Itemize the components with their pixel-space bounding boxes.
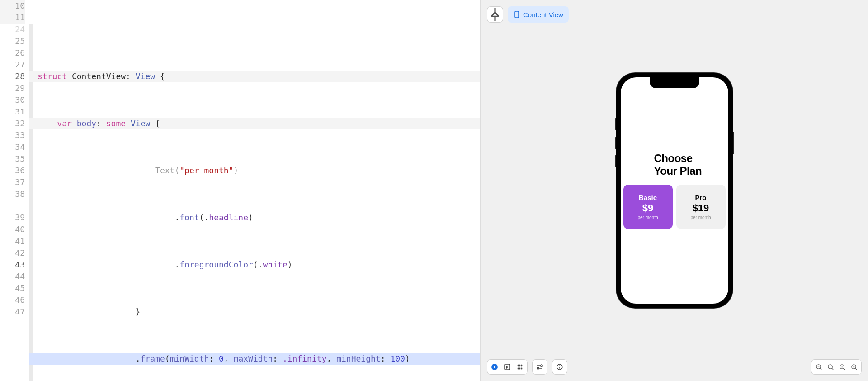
line-number: 36	[0, 165, 25, 176]
plan-card-basic[interactable]: Basic $9 per month	[623, 185, 673, 229]
line-number: 42	[0, 247, 25, 259]
line-number: 32	[0, 118, 25, 129]
circle-i-icon	[556, 363, 563, 371]
line-number: 40	[0, 224, 25, 235]
zoom-in-button[interactable]	[849, 362, 859, 372]
live-preview-button[interactable]	[489, 362, 500, 372]
line-number: 25	[0, 35, 25, 47]
code-content[interactable]: struct ContentView: View { var body: som…	[29, 0, 480, 381]
code-line[interactable]: .font(.headline)	[29, 212, 480, 224]
code-line-highlighted[interactable]: .frame(minWidth: 0, maxWidth: .infinity,…	[29, 353, 480, 365]
variants-button[interactable]	[514, 362, 525, 372]
line-number: 45	[0, 282, 25, 294]
pin-button[interactable]	[487, 6, 503, 23]
sliders-icon	[536, 363, 543, 371]
code-line[interactable]: struct ContentView: View {	[29, 71, 480, 82]
preview-mode-group	[487, 359, 528, 375]
notch	[650, 77, 699, 88]
selectable-preview-button[interactable]	[502, 362, 513, 372]
line-number: 43	[0, 259, 25, 271]
line-number: 37	[0, 176, 25, 188]
line-number: 29	[0, 82, 25, 94]
line-number: 27	[0, 59, 25, 71]
device-icon	[513, 11, 520, 18]
line-number: 44	[0, 271, 25, 282]
zoom-out-icon	[816, 364, 822, 371]
card-price: $9	[626, 202, 670, 214]
zoom-in-icon	[851, 364, 858, 371]
pin-icon	[487, 7, 503, 22]
line-number: 34	[0, 141, 25, 153]
cursor-box-icon	[504, 363, 511, 371]
zoom-100-icon	[839, 364, 846, 371]
code-line[interactable]: var body: some View {	[29, 118, 480, 129]
plan-card-pro[interactable]: Pro $19 per month	[676, 185, 726, 229]
svg-point-10	[519, 368, 521, 370]
code-editor[interactable]: 10 11 24 25 26 27 28 29 30 31 32 33 34 3…	[0, 0, 481, 381]
line-number	[0, 200, 25, 212]
svg-point-6	[518, 367, 519, 368]
card-period: per month	[679, 215, 723, 220]
iphone-frame: Choose Your Plan Basic $9 per month Pro …	[616, 73, 733, 308]
line-number: 26	[0, 47, 25, 59]
svg-point-14	[828, 364, 832, 368]
line-number: 39	[0, 212, 25, 224]
badge-label: Content View	[523, 11, 563, 19]
svg-point-3	[518, 365, 519, 366]
code-area[interactable]: 10 11 24 25 26 27 28 29 30 31 32 33 34 3…	[0, 0, 480, 381]
zoom-fit-button[interactable]	[825, 362, 836, 372]
zoom-fit-icon	[827, 364, 834, 371]
grid-icon	[516, 363, 524, 371]
line-number: 38	[0, 188, 25, 200]
content-view-badge[interactable]: Content View	[508, 6, 569, 23]
line-number: 24	[0, 24, 25, 35]
device-settings-group	[532, 359, 547, 375]
line-number: 33	[0, 129, 25, 141]
preview-toolbar: Content View	[487, 6, 569, 23]
code-line[interactable]: }	[29, 306, 480, 318]
line-number: 41	[0, 235, 25, 247]
code-line[interactable]: Text("per month")	[29, 165, 480, 176]
preferences-group	[552, 359, 567, 375]
card-name: Pro	[679, 194, 723, 201]
plan-content: Choose Your Plan Basic $9 per month Pro …	[621, 152, 728, 229]
plan-cards: Basic $9 per month Pro $19 per month	[623, 185, 726, 229]
svg-point-7	[519, 367, 521, 368]
iphone-screen[interactable]: Choose Your Plan Basic $9 per month Pro …	[621, 77, 728, 304]
preview-preferences-button[interactable]	[554, 362, 565, 372]
code-line[interactable]: .foregroundColor(.white)	[29, 259, 480, 271]
svg-point-5	[521, 365, 523, 366]
card-period: per month	[626, 215, 670, 220]
svg-point-4	[519, 365, 521, 366]
line-number: 11	[0, 12, 25, 24]
line-number: 35	[0, 153, 25, 165]
phone-container: Choose Your Plan Basic $9 per month Pro …	[481, 0, 868, 381]
svg-point-11	[521, 368, 523, 370]
line-number: 47	[0, 306, 25, 318]
play-icon	[491, 363, 498, 371]
svg-point-8	[521, 367, 523, 368]
zoom-controls	[811, 359, 862, 375]
preview-controls-left	[487, 359, 567, 375]
svg-point-9	[518, 368, 519, 370]
plan-title: Choose Your Plan	[623, 152, 726, 177]
line-number: 46	[0, 294, 25, 306]
line-number: 28	[0, 71, 25, 82]
line-number-gutter: 10 11 24 25 26 27 28 29 30 31 32 33 34 3…	[0, 0, 29, 381]
card-price: $19	[679, 202, 723, 214]
zoom-out-button[interactable]	[813, 362, 824, 372]
card-name: Basic	[626, 194, 670, 201]
line-number: 10	[0, 0, 25, 12]
line-number: 31	[0, 106, 25, 118]
zoom-actual-button[interactable]	[837, 362, 848, 372]
device-settings-button[interactable]	[534, 362, 545, 372]
line-number: 30	[0, 94, 25, 106]
preview-canvas[interactable]: Content View Choose Your Plan Basic $9 p…	[481, 0, 868, 381]
svg-rect-0	[515, 11, 519, 18]
